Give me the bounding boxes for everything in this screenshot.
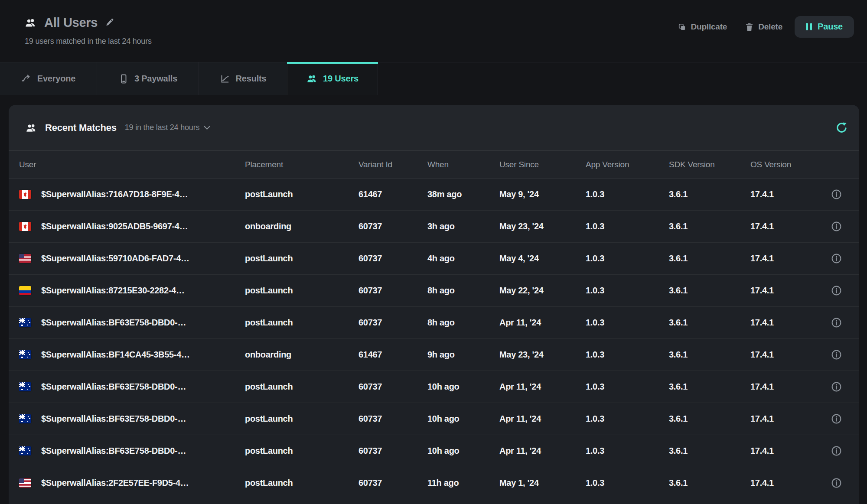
col-when: When [427, 160, 499, 169]
tab-results[interactable]: Results [199, 62, 287, 95]
duplicate-label: Duplicate [691, 22, 727, 32]
table-row: $SuperwallAlias:BF63E758-DBD0-… postLaun… [9, 435, 859, 467]
tab-users-label: 19 Users [323, 74, 359, 84]
tab-everyone[interactable]: Everyone [0, 62, 97, 95]
info-icon [831, 317, 842, 328]
row-info-button[interactable] [831, 221, 842, 232]
cell-app: 1.0.3 [586, 414, 669, 424]
cell-user: $SuperwallAlias:BF63E758-DBD0-… [41, 446, 186, 456]
refresh-button[interactable] [835, 121, 848, 134]
col-user-since: User Since [499, 160, 586, 169]
page-header: All Users 19 users matched in the last 2… [0, 0, 867, 62]
page-title: All Users [44, 16, 98, 30]
country-flag-icon [19, 350, 31, 359]
cell-variant: 60737 [359, 382, 427, 392]
cell-os: 17.4.1 [750, 189, 824, 199]
cell-app: 1.0.3 [586, 189, 669, 199]
cell-when: 10h ago [427, 382, 499, 392]
users-icon [306, 73, 317, 84]
cell-os: 17.4.1 [750, 446, 824, 456]
cell-since: May 23, '24 [499, 350, 586, 360]
cell-user: $SuperwallAlias:87215E30-2282-4… [41, 286, 185, 296]
match-summary: 19 users matched in the last 24 hours [25, 37, 152, 46]
cell-os: 17.4.1 [750, 414, 824, 424]
col-sdk-version: SDK Version [669, 160, 750, 169]
table-header-row: User Placement Variant Id When User Sinc… [9, 151, 859, 179]
row-info-button[interactable] [831, 285, 842, 296]
table-row: $SuperwallAlias:87215E30-2282-4… postLau… [9, 275, 859, 307]
cell-sdk: 3.6.1 [669, 254, 750, 263]
cell-user: $SuperwallAlias:BF63E758-DBD0-… [41, 382, 186, 392]
cell-placement: postLaunch [245, 254, 359, 263]
row-info-button[interactable] [831, 381, 842, 392]
row-info-button[interactable] [831, 253, 842, 264]
delete-label: Delete [758, 22, 782, 32]
info-icon [831, 221, 842, 232]
tab-everyone-label: Everyone [37, 74, 75, 84]
time-filter-dropdown[interactable]: 19 in the last 24 hours [122, 123, 213, 133]
row-info-button[interactable] [831, 349, 842, 360]
cell-since: May 22, '24 [499, 286, 586, 296]
cell-user: $SuperwallAlias:BF63E758-DBD0-… [41, 318, 186, 328]
cell-sdk: 3.6.1 [669, 189, 750, 199]
cell-when: 4h ago [427, 254, 499, 263]
cell-placement: onboarding [245, 350, 359, 360]
cell-when: 10h ago [427, 414, 499, 424]
cell-user: $SuperwallAlias:59710AD6-FAD7-4… [41, 254, 189, 263]
campaign-page: All Users 19 users matched in the last 2… [0, 0, 867, 504]
row-info-button[interactable] [831, 317, 842, 328]
cell-placement: postLaunch [245, 189, 359, 199]
row-info-button[interactable] [831, 445, 842, 456]
cell-user: $SuperwallAlias:2F2E57EE-F9D5-4… [41, 478, 189, 488]
table-row: $SuperwallAlias:BF14CA45-3B55-4… onboard… [9, 339, 859, 371]
cell-since: Apr 11, '24 [499, 382, 586, 392]
cell-os: 17.4.1 [750, 221, 824, 231]
users-icon [25, 17, 36, 29]
info-icon [831, 189, 842, 200]
cell-sdk: 3.6.1 [669, 318, 750, 328]
row-info-button[interactable] [831, 478, 842, 488]
cell-app: 1.0.3 [586, 446, 669, 456]
cell-placement: onboarding [245, 221, 359, 231]
cell-placement: postLaunch [245, 318, 359, 328]
cell-os: 17.4.1 [750, 318, 824, 328]
card-title: Recent Matches [45, 122, 117, 133]
col-os-version: OS Version [750, 160, 824, 169]
duplicate-button[interactable]: Duplicate [671, 19, 733, 35]
row-info-button[interactable] [831, 413, 842, 424]
pencil-icon[interactable] [105, 18, 114, 27]
cell-os: 17.4.1 [750, 478, 824, 488]
cell-since: May 4, '24 [499, 254, 586, 263]
pause-button[interactable]: Pause [795, 16, 854, 38]
country-flag-icon [19, 222, 31, 231]
cell-sdk: 3.6.1 [669, 478, 750, 488]
cell-user: $SuperwallAlias:BF14CA45-3B55-4… [41, 350, 190, 360]
chart-icon [220, 74, 230, 84]
table-row: $SuperwallAlias:59710AD6-FAD7-4… postLau… [9, 243, 859, 275]
tab-users[interactable]: 19 Users [287, 62, 378, 95]
info-icon [831, 285, 842, 296]
cell-placement: postLaunch [245, 414, 359, 424]
info-icon [831, 381, 842, 392]
cell-app: 1.0.3 [586, 350, 669, 360]
cell-since: May 1, '24 [499, 478, 586, 488]
cell-when: 9h ago [427, 350, 499, 360]
delete-button[interactable]: Delete [739, 19, 789, 35]
tab-results-label: Results [236, 74, 267, 84]
cell-sdk: 3.6.1 [669, 446, 750, 456]
country-flag-icon [19, 478, 31, 488]
info-icon [831, 253, 842, 264]
table-row: $SuperwallAlias:9025ADB5-9697-4… onboard… [9, 211, 859, 243]
cell-sdk: 3.6.1 [669, 414, 750, 424]
table-row: $SuperwallAlias:BF63E758-DBD0-… postLaun… [9, 307, 859, 339]
tab-paywalls[interactable]: 3 Paywalls [97, 62, 199, 95]
card-header: Recent Matches 19 in the last 24 hours [9, 105, 859, 151]
cell-when: 3h ago [427, 221, 499, 231]
cell-app: 1.0.3 [586, 286, 669, 296]
info-icon [831, 413, 842, 424]
row-info-button[interactable] [831, 189, 842, 200]
cell-sdk: 3.6.1 [669, 286, 750, 296]
cell-variant: 60737 [359, 446, 427, 456]
country-flag-icon [19, 414, 31, 423]
cell-variant: 60737 [359, 414, 427, 424]
